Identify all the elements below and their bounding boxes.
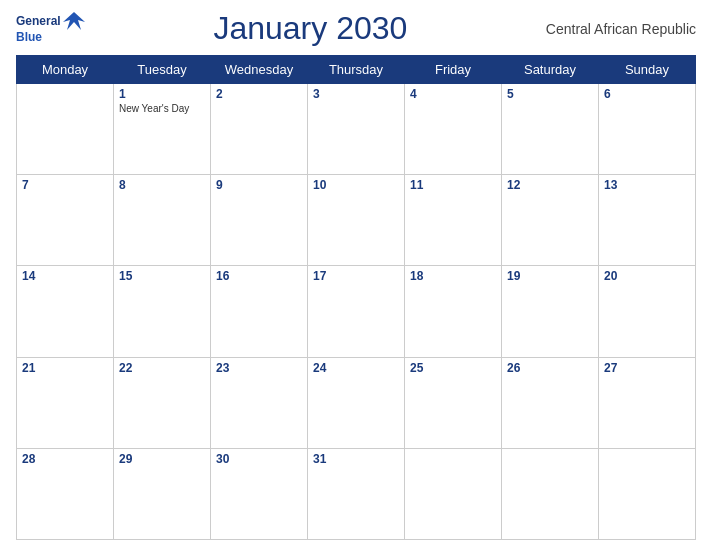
day-number: 6	[604, 87, 690, 101]
calendar-cell: 23	[211, 357, 308, 448]
calendar-cell: 27	[599, 357, 696, 448]
calendar-cell	[599, 448, 696, 539]
weekday-header-saturday: Saturday	[502, 56, 599, 84]
day-number: 19	[507, 269, 593, 283]
calendar-cell: 1New Year's Day	[114, 84, 211, 175]
weekday-header-thursday: Thursday	[308, 56, 405, 84]
day-number: 4	[410, 87, 496, 101]
day-number: 21	[22, 361, 108, 375]
day-number: 20	[604, 269, 690, 283]
calendar-cell: 12	[502, 175, 599, 266]
calendar-cell: 29	[114, 448, 211, 539]
calendar-cell: 21	[17, 357, 114, 448]
calendar-cell: 5	[502, 84, 599, 175]
day-number: 1	[119, 87, 205, 101]
region-label: Central African Republic	[536, 21, 696, 37]
calendar-cell: 16	[211, 266, 308, 357]
calendar-cell: 13	[599, 175, 696, 266]
calendar-cell	[405, 448, 502, 539]
weekday-header-wednesday: Wednesday	[211, 56, 308, 84]
weekday-header-tuesday: Tuesday	[114, 56, 211, 84]
day-number: 24	[313, 361, 399, 375]
day-number: 9	[216, 178, 302, 192]
calendar-cell: 9	[211, 175, 308, 266]
logo-blue-text: Blue	[16, 30, 42, 44]
calendar-cell: 4	[405, 84, 502, 175]
weekday-header-sunday: Sunday	[599, 56, 696, 84]
calendar-cell: 7	[17, 175, 114, 266]
day-number: 26	[507, 361, 593, 375]
day-number: 10	[313, 178, 399, 192]
calendar-header: General Blue January 2030 Central Africa…	[16, 10, 696, 47]
calendar-cell: 6	[599, 84, 696, 175]
holiday-label: New Year's Day	[119, 103, 205, 114]
week-row-5: 28293031	[17, 448, 696, 539]
calendar-cell: 22	[114, 357, 211, 448]
logo: General Blue	[16, 12, 85, 44]
day-number: 28	[22, 452, 108, 466]
day-number: 29	[119, 452, 205, 466]
week-row-4: 21222324252627	[17, 357, 696, 448]
calendar-cell: 30	[211, 448, 308, 539]
day-number: 22	[119, 361, 205, 375]
calendar-title: January 2030	[85, 10, 536, 47]
calendar-cell: 15	[114, 266, 211, 357]
day-number: 30	[216, 452, 302, 466]
day-number: 14	[22, 269, 108, 283]
logo-bird-icon	[63, 12, 85, 30]
day-number: 27	[604, 361, 690, 375]
calendar-cell	[17, 84, 114, 175]
calendar-cell: 14	[17, 266, 114, 357]
day-number: 16	[216, 269, 302, 283]
calendar-table: MondayTuesdayWednesdayThursdayFridaySatu…	[16, 55, 696, 540]
calendar-cell: 2	[211, 84, 308, 175]
week-row-2: 78910111213	[17, 175, 696, 266]
day-number: 15	[119, 269, 205, 283]
calendar-cell: 19	[502, 266, 599, 357]
day-number: 5	[507, 87, 593, 101]
logo-general-text: General	[16, 14, 61, 28]
weekday-header-friday: Friday	[405, 56, 502, 84]
calendar-cell: 31	[308, 448, 405, 539]
calendar-cell: 17	[308, 266, 405, 357]
day-number: 17	[313, 269, 399, 283]
calendar-cell: 3	[308, 84, 405, 175]
calendar-cell: 25	[405, 357, 502, 448]
day-number: 11	[410, 178, 496, 192]
svg-marker-0	[63, 12, 85, 30]
week-row-3: 14151617181920	[17, 266, 696, 357]
day-number: 31	[313, 452, 399, 466]
day-number: 8	[119, 178, 205, 192]
calendar-cell	[502, 448, 599, 539]
day-number: 7	[22, 178, 108, 192]
calendar-cell: 24	[308, 357, 405, 448]
calendar-cell: 28	[17, 448, 114, 539]
day-number: 12	[507, 178, 593, 192]
calendar-cell: 26	[502, 357, 599, 448]
week-row-1: 1New Year's Day23456	[17, 84, 696, 175]
calendar-cell: 20	[599, 266, 696, 357]
day-number: 13	[604, 178, 690, 192]
day-number: 2	[216, 87, 302, 101]
calendar-cell: 18	[405, 266, 502, 357]
weekday-header-monday: Monday	[17, 56, 114, 84]
day-number: 25	[410, 361, 496, 375]
day-number: 18	[410, 269, 496, 283]
calendar-cell: 8	[114, 175, 211, 266]
day-number: 3	[313, 87, 399, 101]
calendar-cell: 11	[405, 175, 502, 266]
day-number: 23	[216, 361, 302, 375]
weekday-header-row: MondayTuesdayWednesdayThursdayFridaySatu…	[17, 56, 696, 84]
calendar-cell: 10	[308, 175, 405, 266]
